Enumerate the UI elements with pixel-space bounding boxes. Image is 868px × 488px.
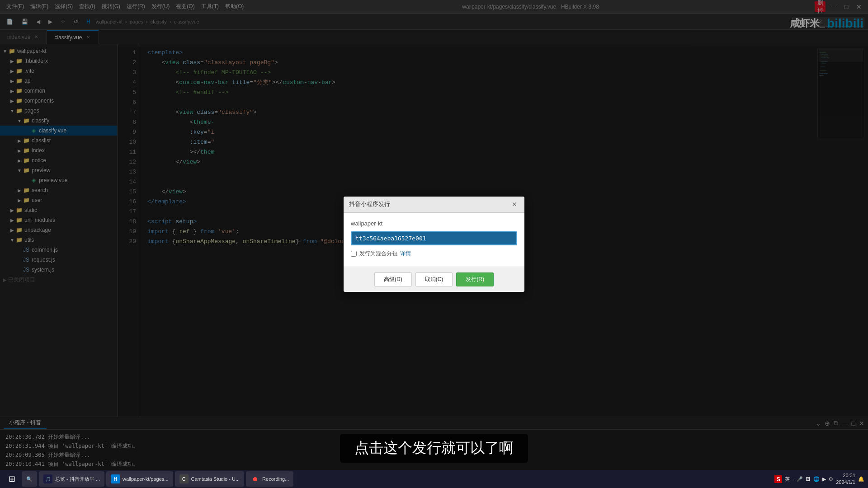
camtasia-icon: C bbox=[179, 474, 189, 483]
taskbar-hbuilder-label: wallpaper-kt/pages... bbox=[123, 476, 169, 482]
dialog-header: 抖音小程序发行 ✕ bbox=[344, 197, 524, 213]
tray-icon-6[interactable]: ⚙ bbox=[829, 476, 833, 482]
tray-icon-5[interactable]: ▶ bbox=[822, 476, 826, 482]
dialog-advanced-button[interactable]: 高级(D) bbox=[374, 272, 412, 286]
tray-icon-3[interactable]: 🖼 bbox=[806, 476, 811, 482]
taskbar-recording-label: Recording... bbox=[262, 476, 289, 482]
dialog-overlay: 抖音小程序发行 ✕ wallpaper-kt 发行为混合分包 详情 高级(D) … bbox=[0, 0, 868, 488]
taskbar-camtasia[interactable]: C Camtasia Studio - U... bbox=[175, 471, 245, 487]
dialog-checkbox[interactable] bbox=[351, 251, 357, 257]
publish-dialog: 抖音小程序发行 ✕ wallpaper-kt 发行为混合分包 详情 高级(D) … bbox=[344, 197, 524, 292]
clock-time: 20:31 bbox=[836, 472, 855, 479]
clock-date: 2024/1/1 bbox=[836, 479, 855, 486]
dialog-checkbox-label: 发行为混合分包 bbox=[359, 250, 397, 258]
dialog-project-name: wallpaper-kt bbox=[351, 220, 517, 227]
dialog-body: wallpaper-kt 发行为混合分包 详情 bbox=[344, 213, 524, 267]
tray-icon-1: · bbox=[793, 476, 794, 482]
taskbar-right: S 英 · 🎤 🖼 🌐 ▶ ⚙ 20:31 2024/1/1 🔔 bbox=[774, 472, 864, 486]
dialog-appid-input[interactable] bbox=[351, 231, 517, 245]
taskbar-recording[interactable]: ⏺ Recording... bbox=[246, 471, 293, 487]
tray-icon-4[interactable]: 🌐 bbox=[813, 476, 820, 482]
hbuilder-icon: H bbox=[111, 474, 120, 483]
douyin-icon: 🎵 bbox=[43, 474, 52, 483]
start-button[interactable]: ⊞ bbox=[4, 471, 20, 487]
dialog-cancel-button[interactable]: 取消(C) bbox=[415, 272, 453, 286]
dialog-checkbox-row: 发行为混合分包 详情 bbox=[351, 250, 517, 258]
dialog-title: 抖音小程序发行 bbox=[349, 200, 390, 208]
taskbar-hbuilder[interactable]: H wallpaper-kt/pages... bbox=[106, 471, 173, 487]
taskbar-douyin[interactable]: 🎵 总览 - 抖音开放平 ... bbox=[39, 471, 104, 487]
taskbar-douyin-label: 总览 - 抖音开放平 ... bbox=[55, 476, 100, 483]
tray-icon-2[interactable]: 🎤 bbox=[797, 476, 803, 482]
ime-icon[interactable]: S bbox=[774, 475, 782, 483]
recording-icon: ⏺ bbox=[250, 474, 259, 483]
dialog-learn-more-link[interactable]: 详情 bbox=[400, 250, 411, 258]
dialog-publish-button[interactable]: 发行(R) bbox=[456, 272, 494, 286]
dialog-footer: 高级(D) 取消(C) 发行(R) bbox=[344, 267, 524, 292]
taskbar: ⊞ 🔍 🎵 总览 - 抖音开放平 ... H wallpaper-kt/page… bbox=[0, 470, 868, 488]
taskbar-search[interactable]: 🔍 bbox=[22, 471, 37, 487]
notification-icon[interactable]: 🔔 bbox=[858, 476, 864, 482]
lang-icon[interactable]: 英 bbox=[785, 476, 790, 483]
taskbar-camtasia-label: Camtasia Studio - U... bbox=[191, 476, 240, 482]
search-icon: 🔍 bbox=[26, 476, 33, 482]
subtitle-overlay: 点击这个发行就可以了啊 bbox=[340, 434, 528, 463]
dialog-close-button[interactable]: ✕ bbox=[510, 200, 519, 209]
taskbar-clock[interactable]: 20:31 2024/1/1 bbox=[836, 472, 855, 486]
